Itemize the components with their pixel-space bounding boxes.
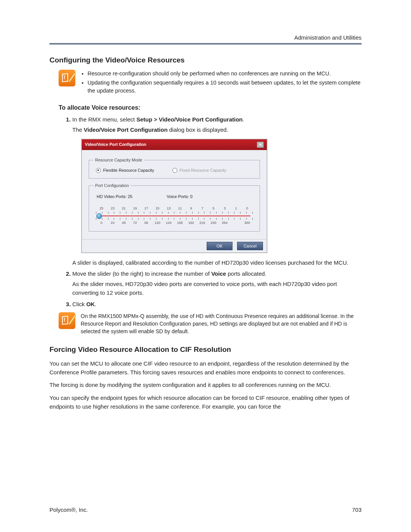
radio-fixed[interactable]: Fixed Resource Capacity — [172, 167, 226, 174]
step1-tail: . — [242, 116, 244, 123]
step3-a: Click — [72, 301, 86, 307]
steps-list: In the RMX menu, select Setup > Video/Vo… — [63, 115, 362, 308]
radio-icon — [172, 168, 177, 173]
heading-configuring: Configuring the Video/Voice Resources — [49, 56, 362, 64]
legend-capacity: Resource Capacity Mode — [94, 157, 144, 163]
slider-bottom-ticks — [96, 218, 253, 220]
note1-item-0: Resource re-configuration should only be… — [88, 70, 362, 78]
radio-icon — [96, 168, 101, 173]
step-2: Move the slider (to the right) to increa… — [72, 269, 362, 297]
step2-sub: As the slider moves, HD720p30 video port… — [72, 280, 362, 297]
step3-b: OK — [86, 301, 95, 307]
step-3: Click OK. — [72, 300, 362, 308]
slider-top-ticks — [96, 212, 253, 214]
dialog-title-text: Video/Voice Port Configuration — [85, 141, 147, 148]
slider-caption: A slider is displayed, calibrated accord… — [72, 258, 362, 267]
dialog-titlebar: Video/Voice Port Configuration ✕ — [82, 139, 267, 150]
step-1: In the RMX menu, select Setup > Video/Vo… — [72, 115, 362, 267]
heading-allocate-voice: To allocate Voice resources: — [59, 104, 362, 111]
radio-fixed-label: Fixed Resource Capacity — [180, 168, 226, 173]
ok-button[interactable]: OK — [207, 242, 233, 250]
dialog-figure: Video/Voice Port Configuration ✕ Resourc… — [81, 139, 267, 253]
close-icon[interactable]: ✕ — [257, 142, 264, 148]
para-3: You can specify the endpoint types for w… — [49, 393, 362, 411]
step1-bold: Setup > Video/Voice Port Configuration — [136, 116, 242, 123]
warning-note-icon — [59, 312, 75, 329]
step3-c: . — [95, 301, 96, 307]
warning-note-icon — [59, 70, 75, 86]
para-2: The forcing is done by modifying the sys… — [49, 380, 362, 389]
hd-video-ports-value: HD Video Ports: 25 — [97, 193, 132, 200]
slider-track[interactable] — [96, 214, 253, 217]
note-block-2: On the RMX1500 MPMx-Q assembly, the use … — [59, 312, 362, 335]
dialog-footer: OK Cancel — [82, 239, 267, 252]
fieldset-port-config: Port Configuration HD Video Ports: 25 Vo… — [89, 182, 260, 232]
radio-flexible[interactable]: Flexible Resource Capacity — [96, 167, 154, 174]
header-rule — [49, 43, 362, 45]
step2-b: Voice — [211, 270, 226, 277]
step1-lead: In the RMX menu, select — [72, 116, 136, 123]
page-header-section: Administration and Utilities — [49, 34, 362, 41]
cancel-button[interactable]: Cancel — [237, 242, 263, 250]
step2-c: ports allocated. — [226, 270, 266, 277]
note-2-text: On the RMX1500 MPMx-Q assembly, the use … — [81, 312, 362, 335]
slider-area[interactable]: 2523211917151311975310 02448729612014416… — [96, 206, 253, 226]
para-1: You can set the MCU to allocate one CIF … — [49, 359, 362, 377]
note-1-text: Resource re-configuration should only be… — [81, 70, 362, 96]
radio-flex-label: Flexible Resource Capacity — [103, 168, 154, 173]
footer-page-number: 703 — [352, 506, 362, 513]
note-block-1: Resource re-configuration should only be… — [59, 70, 362, 96]
step2-a: Move the slider (to the right) to increa… — [72, 270, 211, 277]
heading-forcing-cif: Forcing Video Resource Allocation to CIF… — [49, 345, 362, 354]
footer-company: Polycom®, Inc. — [49, 506, 88, 513]
note1-item-1: Updating the configuration sequentially … — [88, 79, 362, 95]
step1-sub-a: The — [72, 126, 84, 133]
slider-bottom-scale: 024487296120144168192216240264300 — [96, 220, 253, 226]
voice-ports-value: Voice Ports: 0 — [167, 193, 193, 200]
slider-thumb[interactable] — [96, 213, 102, 219]
step1-sub-b: Video/Voice Port Configuration — [84, 126, 167, 133]
slider-top-scale: 2523211917151311975310 — [96, 206, 253, 211]
page-footer: Polycom®, Inc. 703 — [49, 506, 362, 513]
legend-port: Port Configuration — [94, 182, 131, 189]
fieldset-capacity-mode: Resource Capacity Mode Flexible Resource… — [89, 157, 260, 179]
step1-sub-c: dialog box is displayed. — [167, 126, 228, 133]
